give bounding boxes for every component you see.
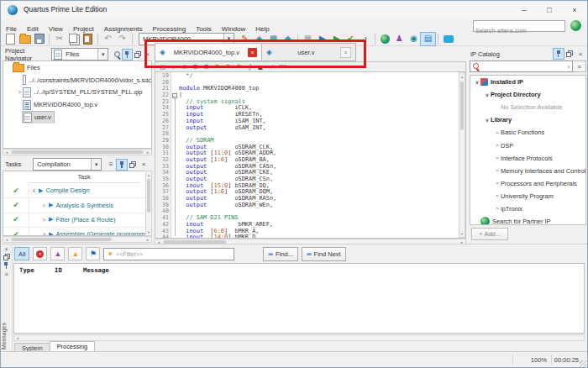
undo-icon[interactable]: ↶ [101, 33, 115, 45]
selected-item[interactable]: user.v [23, 112, 54, 124]
ip-search-input[interactable]: × [470, 60, 573, 72]
float-icon[interactable] [564, 49, 575, 59]
maximize-button[interactable]: □ [537, 1, 562, 19]
expand-icon[interactable]: > [494, 143, 501, 148]
ip-tree-item[interactable]: ∨Library [470, 113, 585, 126]
ip-tree-item[interactable]: ∨Installed IP [470, 76, 585, 88]
ip-tree-item[interactable]: >University Program [470, 190, 585, 202]
ip-tree-item[interactable]: ∨Project Directory [470, 88, 585, 101]
cut-icon[interactable]: ✂ [52, 33, 66, 45]
menu-icon[interactable]: ≡ [288, 63, 299, 71]
ip-tree-item[interactable]: >DSP [470, 139, 585, 151]
expand-icon[interactable]: > [494, 155, 501, 160]
warning-filter-icon[interactable]: ▲ [68, 247, 82, 260]
attach-icon[interactable]: ∮ [244, 63, 255, 71]
scroll-thumb[interactable] [11, 238, 112, 241]
close-tab-icon[interactable]: × [340, 47, 351, 58]
fill-icon[interactable]: ◣ [255, 63, 266, 71]
scroll-up-icon[interactable]: ▲ [146, 171, 151, 178]
tasks-mode-select[interactable]: Compilation ▼ [33, 158, 102, 171]
scroll-left-icon[interactable]: ◄ [3, 237, 10, 242]
column-type[interactable]: Type [19, 266, 34, 274]
tree-item[interactable]: user.v [3, 111, 151, 124]
critical-warning-filter-icon[interactable]: ▲ [50, 247, 65, 260]
power-analyzer-icon[interactable]: ◉ [407, 33, 421, 45]
float-icon[interactable] [128, 160, 138, 170]
expand-icon[interactable]: > [494, 168, 501, 173]
flag-filter-icon[interactable]: ⚑ [86, 247, 100, 260]
navigator-mode-select[interactable]: Files ▼ [51, 48, 108, 60]
globe-icon[interactable] [570, 20, 581, 31]
paste-icon[interactable] [81, 33, 95, 45]
pin-panel-icon[interactable] [1, 261, 12, 270]
bookmark-next-icon[interactable]: ⚑ [223, 63, 234, 71]
tree-item[interactable]: Files [3, 61, 151, 74]
task-row[interactable]: ✔>▶Analysis & Synthesis [3, 197, 146, 213]
pin-icon[interactable] [123, 50, 132, 60]
code-editor[interactable]: 1920212223242526272829303132333435363738… [155, 71, 466, 239]
message-filter-input[interactable]: ▼ <<Filter>> [103, 248, 234, 260]
editor-tab-mkrvidor4000-top-v[interactable]: ◈MKRVIDOR4000_top.v× [155, 43, 262, 61]
bookmark-toggle-icon[interactable]: ⚑ [212, 63, 223, 71]
messages-hscrollbar[interactable]: ◄ [13, 334, 585, 341]
new-file-icon[interactable] [3, 33, 18, 45]
close-icon[interactable]: × [139, 160, 149, 170]
scroll-left-icon[interactable]: ◄ [3, 150, 10, 155]
tasks-vscrollbar[interactable]: ▲ ▼ [145, 171, 152, 236]
close-tab-icon[interactable]: × [248, 48, 257, 57]
expand-icon[interactable]: > [17, 89, 23, 95]
task-column-header[interactable]: Task [29, 171, 139, 183]
expand-icon[interactable]: > [494, 193, 501, 198]
tcl-console-icon[interactable] [441, 33, 455, 45]
copy-icon[interactable] [66, 33, 81, 45]
task-row[interactable]: ✔>▶Fitter (Place & Route) [3, 213, 146, 228]
bookmark-prev-icon[interactable]: ⚑ [234, 63, 244, 71]
indent-increase-icon[interactable]: ≣ [201, 63, 212, 71]
expand-icon[interactable]: ∨ [31, 187, 37, 194]
close-icon[interactable]: × [143, 50, 152, 60]
ip-tree-item[interactable]: >Interface Protocols [470, 152, 585, 165]
save-icon[interactable] [32, 33, 46, 45]
close-icon[interactable]: × [575, 49, 585, 59]
panel-menu-icon[interactable]: ≡ [1, 270, 12, 278]
expand-icon[interactable]: > [494, 206, 501, 211]
ip-menu-button[interactable]: ≡ [573, 60, 586, 72]
ip-tree-item[interactable]: >Memory Interfaces and Controllers [470, 165, 585, 177]
ip-tree-item[interactable]: No Selection Available [470, 101, 585, 113]
print-icon[interactable]: ▤ [157, 63, 168, 71]
clear-search-icon[interactable]: × [567, 64, 570, 70]
expand-icon[interactable]: > [41, 202, 47, 208]
menu-icon[interactable]: ≡ [106, 160, 116, 170]
tasks-hscrollbar[interactable]: ◄ ► [3, 236, 152, 243]
find-button[interactable]: ∞ Find... [263, 247, 298, 261]
scroll-thumb[interactable] [147, 179, 150, 213]
expand-icon[interactable]: > [41, 217, 47, 223]
scroll-thumb[interactable] [11, 150, 144, 154]
editor-tab-user-v[interactable]: ◈user.v× [262, 43, 356, 61]
add-ip-button[interactable]: + Add... [471, 228, 508, 240]
run-task-icon[interactable]: ▶ [49, 216, 53, 223]
project-navigator-hscrollbar[interactable]: ◄ ► [3, 149, 152, 155]
find-next-button[interactable]: ∞ Find Next [302, 247, 346, 261]
pin-icon[interactable] [117, 160, 127, 170]
ip-tree-item[interactable]: >Processors and Peripherals [470, 177, 585, 190]
tree-item[interactable]: >../../ip/SYSTEM_PLL/SYSTEM_PLL.qip [3, 87, 151, 99]
message-list[interactable]: Type ID Message [13, 263, 585, 334]
float-icon[interactable] [133, 50, 142, 60]
task-row[interactable]: ✔∨▶Compile Design [3, 183, 146, 198]
redo-icon[interactable]: ↷ [115, 33, 129, 45]
column-id[interactable]: ID [55, 266, 62, 274]
scroll-left-icon[interactable]: ◄ [14, 335, 21, 340]
close-button[interactable]: × [562, 1, 587, 19]
task-row[interactable]: ✔>▶Assembler (Generate programm [3, 227, 146, 236]
float-panel-icon[interactable] [1, 253, 12, 261]
run-task-icon[interactable]: ▶ [39, 187, 43, 194]
error-filter-icon[interactable]: × [33, 247, 47, 260]
ip-tree-item[interactable]: Search for Partner IP [470, 215, 585, 225]
scroll-right-icon[interactable]: ► [144, 237, 151, 242]
indent-decrease-icon[interactable]: ≣ [190, 63, 201, 71]
pin-icon[interactable] [554, 49, 564, 59]
minimize-button[interactable]: – [512, 1, 537, 19]
scroll-down-icon[interactable]: ▼ [146, 229, 151, 235]
tree-item[interactable]: ../../constraints/MKRVIDOR4000/vidor_s.s… [3, 74, 151, 87]
